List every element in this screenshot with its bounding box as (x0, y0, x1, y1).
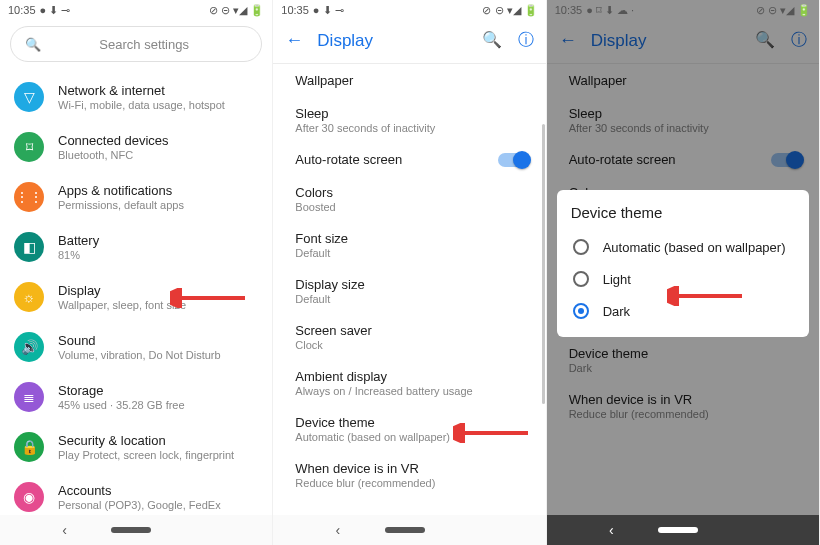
option-label: Light (603, 272, 631, 287)
category-icon: ▽ (14, 82, 44, 112)
settings-item-sound[interactable]: 🔊 Sound Volume, vibration, Do Not Distur… (0, 322, 272, 372)
status-icons-right: ⊘ ⊝ ▾◢ 🔋 (482, 4, 537, 17)
category-icon: ◧ (14, 232, 44, 262)
item-title: Sound (58, 333, 221, 348)
status-icons-right: ⊘ ⊝ ▾◢ 🔋 (756, 4, 811, 17)
navigation-bar: ‹ (273, 515, 545, 545)
nav-home-pill[interactable] (111, 527, 151, 533)
status-icons-right: ⊘ ⊝ ▾◢ 🔋 (209, 4, 264, 17)
theme-option-dark[interactable]: Dark (571, 295, 795, 327)
radio-icon (573, 239, 589, 255)
settings-item-battery[interactable]: ◧ Battery 81% (0, 222, 272, 272)
display-item-ambient-display[interactable]: Ambient displayAlways on / Increased bat… (273, 360, 545, 406)
item-title: Screen saver (295, 323, 523, 338)
back-arrow-icon[interactable]: ← (285, 30, 303, 51)
display-item-display-size[interactable]: Display sizeDefault (273, 268, 545, 314)
option-label: Dark (603, 304, 630, 319)
search-icon[interactable]: 🔍 (482, 30, 502, 51)
help-icon[interactable]: ⓘ (518, 30, 534, 51)
item-subtitle: 81% (58, 249, 99, 261)
nav-back-icon[interactable]: ‹ (62, 522, 67, 538)
item-subtitle: Personal (POP3), Google, FedEx (58, 499, 221, 511)
item-title: Battery (58, 233, 99, 248)
item-title: Accounts (58, 483, 221, 498)
item-subtitle: Volume, vibration, Do Not Disturb (58, 349, 221, 361)
display-item-sleep[interactable]: SleepAfter 30 seconds of inactivity (273, 97, 545, 143)
display-item-font-size[interactable]: Font sizeDefault (273, 222, 545, 268)
item-title: Display (58, 283, 186, 298)
display-item-screen-saver[interactable]: Screen saverClock (273, 314, 545, 360)
status-icons-left: ● ⬇ ⊸ (40, 4, 71, 17)
display-item-auto-rotate-screen[interactable]: Auto-rotate screen (273, 143, 545, 176)
item-subtitle: 45% used · 35.28 GB free (58, 399, 185, 411)
item-subtitle: Wi-Fi, mobile, data usage, hotspot (58, 99, 225, 111)
item-subtitle: Wallpaper, sleep, font size (58, 299, 186, 311)
item-title: Auto-rotate screen (295, 152, 402, 167)
nav-home-pill[interactable] (385, 527, 425, 533)
nav-back-icon[interactable]: ‹ (609, 522, 614, 538)
status-bar: 10:35 ● ⬇ ⊸ ⊘ ⊝ ▾◢ 🔋 (273, 0, 545, 20)
nav-back-icon[interactable]: ‹ (336, 522, 341, 538)
status-icons-left: ● ⬇ ⊸ (313, 4, 344, 17)
device-theme-dialog: Device theme Automatic (based on wallpap… (557, 190, 809, 337)
category-icon: ≣ (14, 382, 44, 412)
toggle-switch[interactable] (498, 153, 528, 167)
radio-icon (573, 271, 589, 287)
item-subtitle: Default (295, 293, 523, 305)
header-bar: ← Display 🔍 ⓘ (273, 20, 545, 64)
item-subtitle: Default (295, 247, 523, 259)
category-icon: ☼ (14, 282, 44, 312)
page-title: Display (317, 31, 467, 51)
dialog-title: Device theme (571, 204, 795, 221)
item-title: When device is in VR (295, 461, 523, 476)
settings-item-display[interactable]: ☼ Display Wallpaper, sleep, font size (0, 272, 272, 322)
item-title: Device theme (295, 415, 523, 430)
settings-item-apps-notifications[interactable]: ⋮⋮ Apps & notifications Permissions, def… (0, 172, 272, 222)
item-title: Font size (295, 231, 523, 246)
theme-option-automatic-based-on-wallpaper-[interactable]: Automatic (based on wallpaper) (571, 231, 795, 263)
theme-option-light[interactable]: Light (571, 263, 795, 295)
display-item-when-device-is-in-vr[interactable]: When device is in VRReduce blur (recomme… (273, 452, 545, 498)
display-item-device-theme[interactable]: Device themeAutomatic (based on wallpape… (273, 406, 545, 452)
display-options-list: WallpaperSleepAfter 30 seconds of inacti… (273, 64, 545, 515)
category-icon: 🔊 (14, 332, 44, 362)
settings-item-storage[interactable]: ≣ Storage 45% used · 35.28 GB free (0, 372, 272, 422)
status-time: 10:35 (555, 4, 583, 16)
option-label: Automatic (based on wallpaper) (603, 240, 786, 255)
settings-item-security-location[interactable]: 🔒 Security & location Play Protect, scre… (0, 422, 272, 472)
settings-item-connected-devices[interactable]: ⌑ Connected devices Bluetooth, NFC (0, 122, 272, 172)
category-icon: ⋮⋮ (14, 182, 44, 212)
status-time: 10:35 (8, 4, 36, 16)
item-title: Wallpaper (295, 73, 523, 88)
item-title: Colors (295, 185, 523, 200)
item-title: Connected devices (58, 133, 169, 148)
item-subtitle: Permissions, default apps (58, 199, 184, 211)
device-theme-dialog-screen: 10:35 ● ⌑ ⬇ ☁ · ⊘ ⊝ ▾◢ 🔋 ← Display 🔍 ⓘ W… (547, 0, 820, 545)
status-bar: 10:35 ● ⬇ ⊸ ⊘ ⊝ ▾◢ 🔋 (0, 0, 272, 20)
display-item-colors[interactable]: ColorsBoosted (273, 176, 545, 222)
nav-home-pill[interactable] (658, 527, 698, 533)
item-title: Network & internet (58, 83, 225, 98)
category-icon: ⌑ (14, 132, 44, 162)
display-item-wallpaper[interactable]: Wallpaper (273, 64, 545, 97)
status-icons-left: ● ⌑ ⬇ ☁ · (586, 4, 634, 17)
item-title: Security & location (58, 433, 234, 448)
item-subtitle: Always on / Increased battery usage (295, 385, 523, 397)
category-icon: ◉ (14, 482, 44, 512)
search-settings-input[interactable]: 🔍 Search settings (10, 26, 262, 62)
settings-main-screen: 10:35 ● ⬇ ⊸ ⊘ ⊝ ▾◢ 🔋 🔍 Search settings ▽… (0, 0, 273, 545)
item-title: Apps & notifications (58, 183, 184, 198)
status-bar: 10:35 ● ⌑ ⬇ ☁ · ⊘ ⊝ ▾◢ 🔋 (547, 0, 819, 20)
settings-list: ▽ Network & internet Wi-Fi, mobile, data… (0, 72, 272, 515)
status-time: 10:35 (281, 4, 309, 16)
item-subtitle: Play Protect, screen lock, fingerprint (58, 449, 234, 461)
item-title: Storage (58, 383, 185, 398)
item-subtitle: Bluetooth, NFC (58, 149, 169, 161)
settings-item-network-internet[interactable]: ▽ Network & internet Wi-Fi, mobile, data… (0, 72, 272, 122)
settings-item-accounts[interactable]: ◉ Accounts Personal (POP3), Google, FedE… (0, 472, 272, 515)
item-title: Display size (295, 277, 523, 292)
search-icon: 🔍 (25, 37, 41, 52)
navigation-bar: ‹ (547, 515, 819, 545)
navigation-bar: ‹ (0, 515, 272, 545)
radio-icon (573, 303, 589, 319)
